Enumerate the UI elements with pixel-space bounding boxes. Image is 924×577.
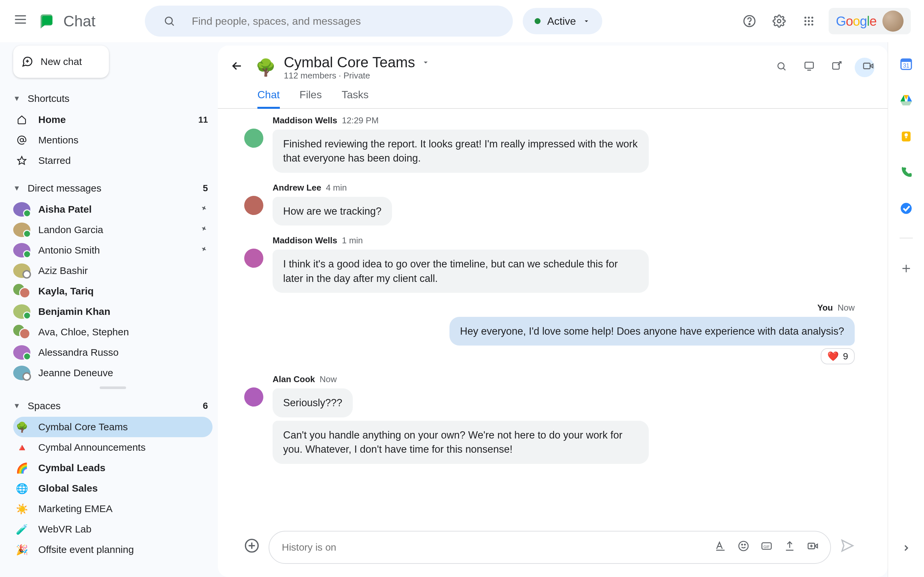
user-avatar[interactable]	[882, 11, 903, 32]
svg-rect-26	[833, 63, 839, 69]
pin-icon	[200, 225, 208, 235]
drive-icon[interactable]	[899, 93, 913, 110]
calendar-icon[interactable]: 31	[899, 57, 913, 74]
message-avatar	[244, 129, 263, 148]
svg-text:31: 31	[903, 62, 909, 69]
message-bubble[interactable]: Finished reviewing the report. It looks …	[273, 130, 649, 173]
dm-item[interactable]: Antonio Smith	[13, 240, 213, 261]
main-column: 🌳 Cymbal Core Teams 112 members · Privat…	[218, 42, 888, 577]
dm-item[interactable]: Kayla, Tariq	[13, 281, 213, 301]
dm-item[interactable]: Aisha Patel	[13, 199, 213, 219]
nav-label: Starred	[38, 155, 71, 166]
svg-rect-28	[864, 63, 870, 69]
collapse-panel-button[interactable]	[901, 541, 911, 556]
avatar	[13, 366, 31, 380]
search-input[interactable]	[191, 15, 498, 28]
space-tabs: ChatFilesTasks	[218, 81, 888, 109]
keep-icon[interactable]	[900, 130, 913, 146]
svg-text:GIF: GIF	[764, 544, 770, 548]
space-item[interactable]: 🎉 Offsite event planning	[13, 540, 213, 560]
chat-logo-icon	[38, 12, 55, 30]
shortcut-item[interactable]: Home11	[13, 110, 213, 130]
back-button[interactable]	[231, 60, 243, 75]
gif-button[interactable]: GIF	[761, 540, 772, 554]
nav-label: WebVR Lab	[38, 524, 91, 535]
dm-item[interactable]: Landon Garcia	[13, 219, 213, 240]
section-shortcuts[interactable]: ▼ Shortcuts	[13, 89, 213, 109]
space-item[interactable]: 🧪 WebVR Lab	[13, 519, 213, 540]
meet-attach-button[interactable]	[807, 540, 818, 554]
tab-files[interactable]: Files	[300, 85, 322, 108]
section-dms[interactable]: ▼ Direct messages 5	[13, 178, 213, 198]
space-search-button[interactable]	[772, 61, 792, 74]
shortcut-item[interactable]: Mentions	[13, 130, 213, 150]
message-time: 4 min	[326, 183, 347, 193]
space-emoji-icon: 🎉	[13, 544, 31, 556]
status-label: Active	[547, 15, 576, 27]
search-box[interactable]	[145, 6, 513, 37]
space-title-button[interactable]: Cymbal Core Teams	[284, 54, 430, 71]
space-emoji-icon: 🌈	[13, 462, 31, 474]
message-author: Alan Cook	[273, 374, 315, 384]
nav-label: Home	[38, 114, 66, 125]
help-button[interactable]	[740, 11, 759, 31]
caret-down-icon: ▼	[13, 401, 21, 410]
message-bubble[interactable]: Can't you handle anything on your own? W…	[273, 421, 649, 464]
dm-item[interactable]: Ava, Chloe, Stephen	[13, 322, 213, 342]
nav-label: Ava, Chloe, Stephen	[38, 326, 129, 338]
message-author: Maddison Wells	[273, 235, 337, 246]
upload-button[interactable]	[784, 540, 795, 554]
svg-point-11	[804, 20, 806, 22]
message-bubble[interactable]: Hey everyone, I'd love some help! Does a…	[449, 317, 855, 345]
tab-chat[interactable]: Chat	[257, 85, 280, 109]
space-item[interactable]: ☀️ Marketing EMEA	[13, 498, 213, 519]
emoji-button[interactable]	[738, 540, 749, 554]
pop-out-button[interactable]	[827, 60, 847, 74]
section-spaces[interactable]: ▼ Spaces 6	[13, 396, 213, 416]
add-on-button[interactable]: ＋	[899, 258, 913, 277]
apps-grid-button[interactable]	[799, 11, 819, 31]
shortcut-item[interactable]: Starred	[13, 150, 213, 171]
svg-point-6	[749, 24, 750, 25]
message-bubble[interactable]: I think it's a good idea to go over the …	[273, 250, 649, 293]
heart-icon: ❤️	[827, 351, 839, 362]
dm-item[interactable]: Jeanne Deneuve	[13, 363, 213, 383]
tab-tasks[interactable]: Tasks	[342, 85, 368, 108]
message-bubble[interactable]: How are we tracking?	[273, 197, 392, 226]
settings-button[interactable]	[769, 11, 789, 31]
main-menu-button[interactable]	[13, 12, 28, 30]
space-item[interactable]: 🌳 Cymbal Core Teams	[13, 417, 213, 437]
reaction-chip[interactable]: ❤️9	[821, 348, 855, 364]
nav-label: Aisha Patel	[38, 204, 92, 215]
send-button[interactable]	[840, 538, 855, 556]
svg-marker-45	[842, 540, 853, 551]
voice-icon[interactable]	[900, 166, 913, 182]
caret-down-icon: ▼	[13, 94, 21, 103]
video-call-button[interactable]	[855, 58, 874, 77]
space-subtitle: 112 members · Private	[284, 71, 430, 81]
space-item[interactable]: 🌐 Global Sales	[13, 478, 213, 498]
new-chat-button[interactable]: New chat	[13, 45, 109, 78]
tasks-icon[interactable]	[900, 202, 913, 218]
divider	[900, 238, 913, 239]
compose-input-wrapper[interactable]: GIF	[269, 531, 831, 564]
dm-item[interactable]: Aziz Bashir	[13, 261, 213, 281]
dm-item[interactable]: Alessandra Russo	[13, 342, 213, 363]
message-bubble[interactable]: Seriously???	[273, 388, 353, 417]
format-button[interactable]	[715, 540, 726, 554]
dm-item[interactable]: Benjamin Khan	[13, 301, 213, 322]
space-item[interactable]: 🌈 Cymbal Leads	[13, 458, 213, 478]
nav-label: Benjamin Khan	[38, 306, 110, 317]
account-switcher[interactable]: Google	[829, 8, 911, 34]
svg-point-9	[808, 17, 810, 19]
compose-input[interactable]	[281, 542, 708, 553]
add-attachment-button[interactable]	[244, 538, 259, 557]
nav-label: Global Sales	[38, 483, 98, 494]
nav-label: Offsite event planning	[38, 544, 134, 555]
message-author: You	[817, 303, 833, 313]
space-avatar-emoji: 🌳	[255, 58, 276, 77]
status-selector[interactable]: Active	[523, 8, 602, 34]
resize-handle[interactable]	[100, 387, 126, 389]
share-screen-button[interactable]	[799, 60, 819, 74]
space-item[interactable]: 🔺 Cymbal Announcements	[13, 437, 213, 458]
